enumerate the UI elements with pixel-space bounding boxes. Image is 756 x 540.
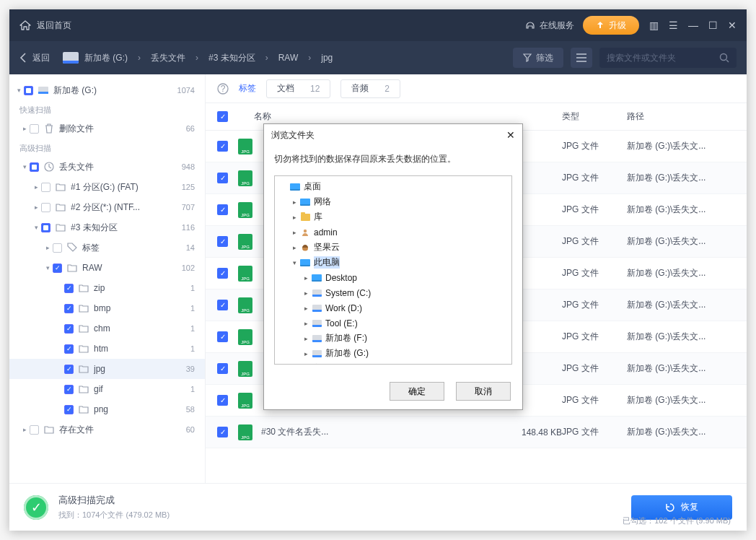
sidebar-type-bmp[interactable]: ✓ bmp 1 [9,298,205,318]
row-checkbox[interactable]: ✓ [217,331,228,342]
checkbox[interactable] [41,183,50,192]
checkbox[interactable] [30,124,39,134]
tab-documents[interactable]: 文档 12 [266,79,330,98]
sidebar-partition-2[interactable]: ▸ #2 分区(*:) (NTF... 707 [9,197,205,217]
sidebar-lost-files[interactable]: ▾ 丢失文件 948 [9,157,205,177]
caret-icon[interactable]: ▸ [43,244,53,251]
col-path[interactable]: 路径 [627,110,735,123]
caret-icon[interactable]: ▾ [31,224,41,231]
tab-audio[interactable]: 音频 2 [340,79,400,98]
tree-desktop[interactable]: 桌面 [276,179,510,194]
expand-icon[interactable]: ▸ [301,305,311,312]
checkbox[interactable] [41,203,50,212]
col-type[interactable]: 类型 [562,110,627,123]
row-checkbox[interactable]: ✓ [217,236,228,247]
sidebar-drive-root[interactable]: ▾ 新加卷 (G:) 1074 [9,80,205,100]
checkbox[interactable]: ✓ [64,344,74,354]
checkbox[interactable]: ✓ [64,284,74,293]
caret-icon[interactable]: ▾ [19,163,30,170]
tree-drive-WorkD[interactable]: ▸ Work (D:) [276,300,510,315]
select-all-checkbox[interactable]: ✓ [217,111,228,122]
caret-icon[interactable]: ▾ [14,87,24,94]
checkbox[interactable]: ✓ [64,324,74,334]
maximize-icon[interactable]: ☐ [708,19,718,31]
filter-button[interactable]: 筛选 [513,48,563,68]
upgrade-button[interactable]: 升级 [583,16,639,35]
row-checkbox[interactable]: ✓ [217,204,228,215]
expand-icon[interactable]: ▸ [289,199,299,206]
caret-icon[interactable]: ▸ [31,204,41,211]
row-checkbox[interactable]: ✓ [217,427,228,437]
online-service[interactable]: 在线服务 [525,19,574,32]
minimize-icon[interactable]: — [688,19,698,31]
sidebar-type-chm[interactable]: ✓ chm 1 [9,318,205,339]
sidebar-existing-files[interactable]: ▸ 存在文件 60 [9,419,205,440]
caret-icon[interactable]: ▸ [19,125,30,132]
menu-icon[interactable]: ☰ [669,19,678,31]
expand-icon[interactable]: ▾ [289,259,299,266]
checkbox[interactable] [30,425,39,435]
view-list-button[interactable] [571,48,592,68]
sidebar-deleted-files[interactable]: ▸ 删除文件 66 [9,118,205,139]
tree-admin[interactable]: ▸ admin [276,225,510,240]
sidebar-partition-3[interactable]: ▾ #3 未知分区 116 [9,217,205,238]
search-box[interactable] [599,48,737,68]
col-name[interactable]: 名称 [254,110,271,123]
row-checkbox[interactable]: ✓ [217,268,228,279]
sidebar-type-htm[interactable]: ✓ htm 1 [9,339,205,359]
checkbox[interactable]: ✓ [64,405,74,414]
tree-library[interactable]: ▸ 库 [276,209,510,225]
home-button[interactable]: 返回首页 [19,19,71,32]
caret-icon[interactable]: ▾ [43,264,53,271]
caret-icon[interactable]: ▸ [19,426,30,433]
sidebar-type-jpg[interactable]: ✓ jpg 39 [9,359,205,379]
expand-icon[interactable]: ▸ [289,244,299,251]
cancel-button[interactable]: 取消 [456,382,511,401]
tree-drive-G[interactable]: ▸ 新加卷 (G:) [276,346,510,361]
row-checkbox[interactable]: ✓ [217,363,228,374]
tree-drive-F[interactable]: ▸ 新加卷 (F:) [276,331,510,346]
expand-icon[interactable]: ▸ [301,335,311,342]
expand-icon[interactable]: ▸ [301,289,311,297]
back-button[interactable]: 返回 [19,52,50,64]
checkbox[interactable] [53,243,62,253]
tree-newfolder[interactable]: ▸ 新建文件夹 [276,361,510,365]
expand-icon[interactable]: ▸ [301,350,311,357]
sidebar-partition-1[interactable]: ▸ #1 分区(G:) (FAT) 125 [9,177,205,197]
expand-icon[interactable]: ▸ [301,274,311,282]
row-checkbox[interactable]: ✓ [217,173,228,183]
tab-tags[interactable]: 标签 [239,82,256,95]
search-input[interactable] [607,53,719,63]
tree-drive-SystemC[interactable]: ▸ System (C:) [276,285,510,300]
checkbox[interactable]: ✓ [53,264,62,273]
checkbox[interactable] [24,86,33,95]
search-icon[interactable] [719,53,729,63]
close-icon[interactable]: ✕ [728,19,737,31]
row-checkbox[interactable]: ✓ [217,141,228,152]
row-checkbox[interactable]: ✓ [217,300,228,310]
checkbox[interactable]: ✓ [64,385,74,394]
layout-icon[interactable]: ▥ [649,19,659,31]
tree-drive-ToolE[interactable]: ▸ Tool (E:) [276,315,510,331]
tree-drive-Desktop[interactable]: ▸ Desktop [276,270,510,285]
ok-button[interactable]: 确定 [390,382,444,401]
dialog-close-icon[interactable]: ✕ [506,129,515,141]
help-icon[interactable]: ? [217,83,229,95]
checkbox[interactable] [41,223,50,232]
tree-network[interactable]: ▸ 网络 [276,194,510,209]
caret-icon[interactable]: ▸ [31,183,41,191]
sidebar-type-gif[interactable]: ✓ gif 1 [9,379,205,399]
sidebar-tags[interactable]: ▸ 标签 14 [9,238,205,258]
row-checkbox[interactable]: ✓ [217,395,228,406]
sidebar-raw[interactable]: ▾ ✓ RAW 102 [9,258,205,278]
expand-icon[interactable]: ▸ [289,229,299,236]
sidebar-type-png[interactable]: ✓ png 58 [9,399,205,419]
tree-nutcloud[interactable]: ▸ 坚果云 [276,240,510,255]
checkbox[interactable]: ✓ [64,304,74,313]
tree-thispc[interactable]: ▾ 此电脑 [276,255,510,270]
expand-icon[interactable]: ▸ [289,214,299,221]
table-row[interactable]: ✓ #30 文件名丢失... 148.48 KB JPG 文件 新加卷 (G:)… [206,417,747,448]
checkbox[interactable] [30,162,39,172]
sidebar-type-zip[interactable]: ✓ zip 1 [9,278,205,298]
folder-tree[interactable]: 桌面 ▸ 网络 ▸ 库 ▸ admin ▸ 坚果云 ▾ 此电脑 ▸ Deskto… [274,175,512,365]
